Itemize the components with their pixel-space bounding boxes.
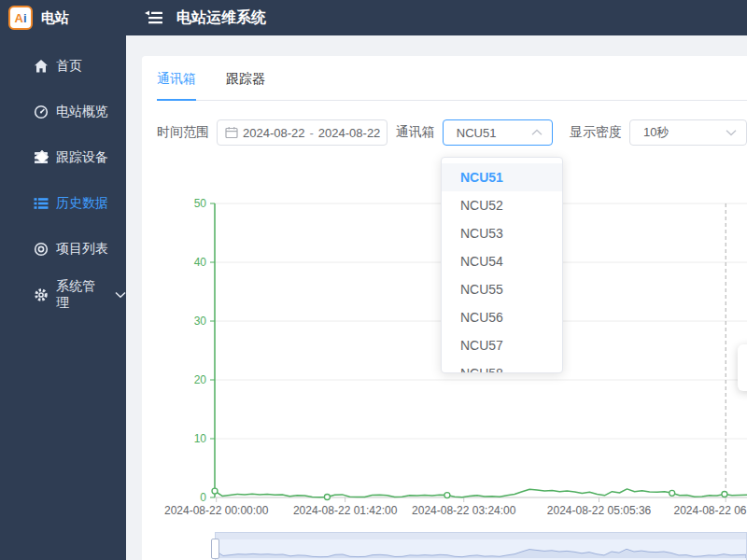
dashboard-icon <box>34 105 49 119</box>
dropdown-option-ncu53[interactable]: NCU53 <box>442 219 562 247</box>
sidebar-item-system-management[interactable]: 系统管理 <box>0 272 126 317</box>
sidebar: Ai 电站 首页 电站概览 <box>0 0 126 560</box>
gear-icon <box>34 287 49 302</box>
dropdown-option-ncu55[interactable]: NCU55 <box>442 275 562 303</box>
history-list-icon <box>34 196 49 211</box>
ncu-select[interactable]: NCU51 <box>443 119 553 146</box>
tab-communication-box[interactable]: 通讯箱 <box>157 71 196 100</box>
sidebar-item-label: 项目列表 <box>56 241 108 258</box>
density-select[interactable]: 10秒 <box>629 119 747 146</box>
sidebar-collapse-icon[interactable] <box>145 10 163 25</box>
top-header: 电站运维系统 <box>126 0 747 35</box>
page-title: 电站运维系统 <box>176 8 266 28</box>
dropdown-option-ncu57[interactable]: NCU57 <box>442 331 562 359</box>
app-logo-icon: Ai <box>8 6 33 30</box>
datazoom-left-handle[interactable] <box>211 539 219 559</box>
sidebar-item-label: 首页 <box>56 58 82 75</box>
filter-row: 时间范围 2024-08-22 - 2024-08-22 通讯箱 NCU51 <box>157 119 747 146</box>
density-select-value: 10秒 <box>643 124 669 141</box>
sidebar-item-label: 电站概览 <box>56 104 108 120</box>
ring-icon <box>34 242 49 257</box>
submenu-chevron-down-icon <box>115 291 126 299</box>
date-range-label: 时间范围 <box>157 124 209 141</box>
sidebar-item-label: 系统管理 <box>56 278 102 312</box>
chart-tooltip <box>738 344 747 391</box>
sidebar-item-label: 历史数据 <box>56 195 108 212</box>
chevron-down-icon <box>726 129 737 136</box>
chevron-up-icon <box>531 129 543 136</box>
sidebar-item-project-list[interactable]: 项目列表 <box>0 226 126 272</box>
density-select-label: 显示密度 <box>570 124 622 141</box>
home-icon <box>34 59 49 74</box>
datazoom-slider[interactable] <box>215 532 747 560</box>
sidebar-title: 电站 <box>41 9 69 27</box>
datazoom-preview <box>216 533 746 560</box>
dropdown-option-ncu52[interactable]: NCU52 <box>442 191 562 219</box>
ncu-dropdown: NCU51 NCU52 NCU53 NCU54 NCU55 NCU56 NCU5… <box>441 157 563 373</box>
dropdown-option-ncu56[interactable]: NCU56 <box>442 303 562 331</box>
date-separator: - <box>310 126 314 140</box>
date-range-input[interactable]: 2024-08-22 - 2024-08-22 <box>217 119 388 146</box>
sidebar-nav: 首页 电站概览 跟踪设备 <box>0 35 126 317</box>
date-end-value: 2024-08-22 <box>318 126 381 140</box>
logo-row: Ai 电站 <box>0 0 126 35</box>
sidebar-item-label: 跟踪设备 <box>56 149 108 166</box>
calendar-icon <box>225 126 238 139</box>
dropdown-option-ncu51[interactable]: NCU51 <box>442 163 562 191</box>
tab-bar: 通讯箱 跟踪器 <box>157 56 747 101</box>
sidebar-item-history-data[interactable]: 历史数据 <box>0 180 126 226</box>
ncu-select-value: NCU51 <box>457 126 497 140</box>
sidebar-item-tracking-devices[interactable]: 跟踪设备 <box>0 134 126 180</box>
tab-tracker[interactable]: 跟踪器 <box>226 71 265 100</box>
box-select-label: 通讯箱 <box>396 124 435 141</box>
app-container: 通讯箱 跟踪器 时间范围 2024-08-22 - 2024-08-22 <box>0 0 747 560</box>
date-start-value: 2024-08-22 <box>243 126 305 140</box>
sidebar-item-home[interactable]: 首页 <box>0 43 126 89</box>
sidebar-item-overview[interactable]: 电站概览 <box>0 89 126 134</box>
dropdown-option-ncu58[interactable]: NCU58 <box>442 359 562 373</box>
dropdown-option-ncu54[interactable]: NCU54 <box>442 247 562 275</box>
